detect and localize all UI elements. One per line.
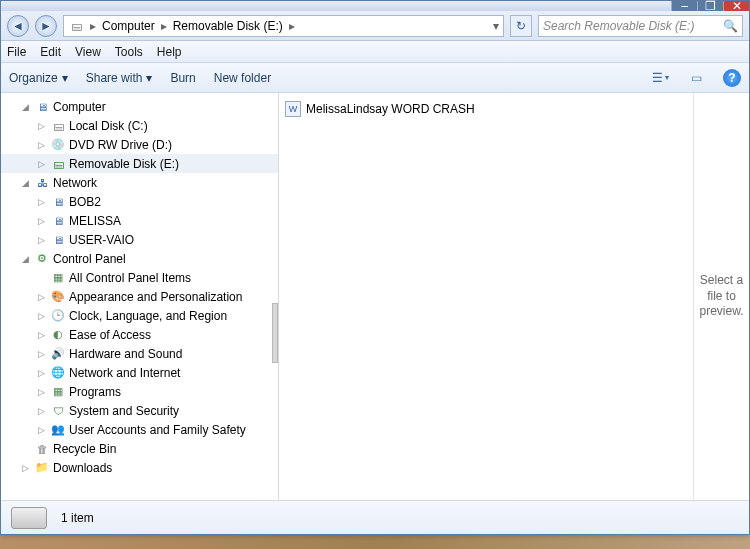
refresh-button[interactable]: ↻ — [510, 15, 532, 37]
expand-icon[interactable]: ▷ — [35, 425, 47, 435]
expand-icon[interactable]: ◢ — [19, 254, 31, 264]
tree-node[interactable]: ▷🖴Removable Disk (E:) — [1, 154, 278, 173]
chevron-down-icon: ▾ — [62, 71, 68, 85]
node-label: Ease of Access — [69, 328, 151, 342]
expand-icon[interactable]: ◢ — [19, 102, 31, 112]
search-icon: 🔍 — [723, 19, 738, 33]
file-item[interactable]: WMelissaLindsay WORD CRASH — [285, 99, 687, 119]
tree-node[interactable]: ▷👥User Accounts and Family Safety — [1, 420, 278, 439]
content-area: WMelissaLindsay WORD CRASH Select a file… — [279, 93, 749, 500]
close-button[interactable]: ✕ — [723, 1, 749, 11]
expand-icon[interactable]: ▷ — [35, 292, 47, 302]
expand-icon[interactable]: ◢ — [19, 178, 31, 188]
menu-file[interactable]: File — [7, 45, 26, 59]
file-list[interactable]: WMelissaLindsay WORD CRASH — [279, 93, 693, 500]
search-input[interactable]: Search Removable Disk (E:) 🔍 — [538, 15, 743, 37]
menu-edit[interactable]: Edit — [40, 45, 61, 59]
node-icon: 🖥 — [50, 232, 66, 248]
tree-node[interactable]: ▷🖥MELISSA — [1, 211, 278, 230]
forward-button[interactable]: ► — [35, 15, 57, 37]
menu-tools[interactable]: Tools — [115, 45, 143, 59]
chevron-right-icon: ▸ — [161, 19, 167, 33]
tree-node[interactable]: ◢🖥Computer — [1, 97, 278, 116]
organize-button[interactable]: Organize▾ — [9, 71, 68, 85]
node-label: Programs — [69, 385, 121, 399]
back-button[interactable]: ◄ — [7, 15, 29, 37]
share-with-button[interactable]: Share with▾ — [86, 71, 153, 85]
node-label: System and Security — [69, 404, 179, 418]
chevron-right-icon: ▸ — [289, 19, 295, 33]
breadcrumb-location[interactable]: Removable Disk (E:) — [173, 19, 283, 33]
view-options-button[interactable]: ☰▾ — [651, 69, 669, 87]
node-icon: 🖧 — [34, 175, 50, 191]
node-icon: 👥 — [50, 422, 66, 438]
expand-icon[interactable]: ▷ — [35, 406, 47, 416]
tree-node[interactable]: ▷🕒Clock, Language, and Region — [1, 306, 278, 325]
node-icon: 🕒 — [50, 308, 66, 324]
drive-icon: 🖴 — [68, 18, 84, 34]
node-icon: 🗑 — [34, 441, 50, 457]
expand-icon[interactable]: ▷ — [35, 368, 47, 378]
node-icon: ◐ — [50, 327, 66, 343]
preview-text: Select a file to preview. — [698, 273, 745, 320]
node-icon: 🖥 — [34, 99, 50, 115]
node-label: MELISSA — [69, 214, 121, 228]
tree-node[interactable]: ▷🌐Network and Internet — [1, 363, 278, 382]
tree-node[interactable]: ▷▦Programs — [1, 382, 278, 401]
chevron-down-icon[interactable]: ▾ — [493, 19, 499, 33]
expand-icon[interactable]: ▷ — [35, 235, 47, 245]
tree-node[interactable]: ◢🖧Network — [1, 173, 278, 192]
splitter-handle[interactable] — [272, 303, 278, 363]
tree-node[interactable]: ◢⚙Control Panel — [1, 249, 278, 268]
node-label: USER-VAIO — [69, 233, 134, 247]
node-label: Recycle Bin — [53, 442, 116, 456]
maximize-button[interactable]: ❐ — [697, 1, 723, 11]
tree-node[interactable]: ▷◐Ease of Access — [1, 325, 278, 344]
chevron-right-icon: ▸ — [90, 19, 96, 33]
node-icon: 🌐 — [50, 365, 66, 381]
expand-icon[interactable]: ▷ — [35, 349, 47, 359]
node-label: Hardware and Sound — [69, 347, 182, 361]
tree-node[interactable]: ▦All Control Panel Items — [1, 268, 278, 287]
expand-icon[interactable]: ▷ — [19, 463, 31, 473]
file-icon: W — [285, 101, 301, 117]
expand-icon[interactable]: ▷ — [35, 311, 47, 321]
node-label: Downloads — [53, 461, 112, 475]
expand-icon[interactable]: ▷ — [35, 159, 47, 169]
tree-node[interactable]: ▷📁Downloads — [1, 458, 278, 477]
breadcrumb-root[interactable]: Computer — [102, 19, 155, 33]
tree-node[interactable]: ▷💿DVD RW Drive (D:) — [1, 135, 278, 154]
expand-icon[interactable]: ▷ — [35, 197, 47, 207]
tree-node[interactable]: ▷🖴Local Disk (C:) — [1, 116, 278, 135]
tree-node[interactable]: ▷🖥USER-VAIO — [1, 230, 278, 249]
expand-icon[interactable]: ▷ — [35, 387, 47, 397]
new-folder-button[interactable]: New folder — [214, 71, 271, 85]
help-button[interactable]: ? — [723, 69, 741, 87]
expand-icon[interactable]: ▷ — [35, 216, 47, 226]
menu-view[interactable]: View — [75, 45, 101, 59]
menu-help[interactable]: Help — [157, 45, 182, 59]
node-icon: ⚙ — [34, 251, 50, 267]
tree-node[interactable]: ▷🎨Appearance and Personalization — [1, 287, 278, 306]
node-icon: 📁 — [34, 460, 50, 476]
node-label: Control Panel — [53, 252, 126, 266]
node-label: Local Disk (C:) — [69, 119, 148, 133]
node-label: DVD RW Drive (D:) — [69, 138, 172, 152]
minimize-button[interactable]: – — [671, 1, 697, 11]
expand-icon[interactable]: ▷ — [35, 330, 47, 340]
tree-node[interactable]: ▷🔊Hardware and Sound — [1, 344, 278, 363]
navigation-tree[interactable]: ◢🖥Computer▷🖴Local Disk (C:)▷💿DVD RW Driv… — [1, 93, 279, 500]
burn-button[interactable]: Burn — [170, 71, 195, 85]
node-label: Network and Internet — [69, 366, 180, 380]
node-label: Clock, Language, and Region — [69, 309, 227, 323]
breadcrumb[interactable]: 🖴 ▸ Computer ▸ Removable Disk (E:) ▸ ▾ — [63, 15, 504, 37]
tree-node[interactable]: ▷🛡System and Security — [1, 401, 278, 420]
node-icon: 🛡 — [50, 403, 66, 419]
tree-node[interactable]: 🗑Recycle Bin — [1, 439, 278, 458]
address-bar: ◄ ► 🖴 ▸ Computer ▸ Removable Disk (E:) ▸… — [1, 11, 749, 41]
node-label: User Accounts and Family Safety — [69, 423, 246, 437]
expand-icon[interactable]: ▷ — [35, 121, 47, 131]
expand-icon[interactable]: ▷ — [35, 140, 47, 150]
tree-node[interactable]: ▷🖥BOB2 — [1, 192, 278, 211]
preview-pane-button[interactable]: ▭ — [687, 69, 705, 87]
